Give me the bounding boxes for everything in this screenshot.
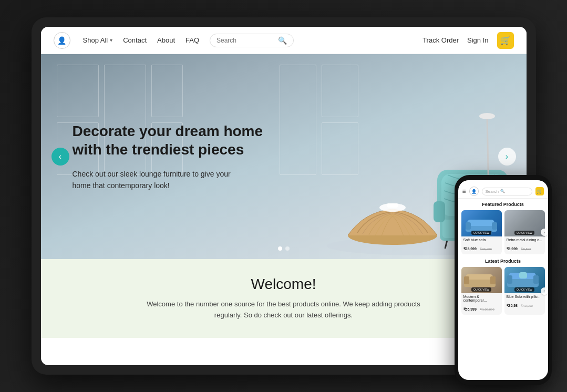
track-order-link[interactable]: Track Order [422, 36, 459, 44]
featured-product-1-old-price: ₹36,200 [480, 247, 491, 251]
phone-frame: ≡ 👤 Search 🔍 🛒 Featured Products [455, 175, 552, 385]
latest-product-2-info: Blue Sofa with pillo... ₹35,98 ₹40,000 [504, 293, 545, 311]
latest-product-2-old-price: ₹40,000 [521, 304, 532, 307]
phone-search-placeholder: Search [486, 189, 499, 194]
phone-logo-icon: 👤 [471, 189, 477, 194]
featured-products-grid: QUICK VIEW Soft blue sofa ₹25,999 ₹36,20… [461, 210, 545, 254]
svg-rect-27 [466, 274, 493, 280]
latest-product-1-image: QUICK VIEW [461, 267, 502, 293]
search-icon: 🔍 [278, 36, 287, 45]
phone-logo: 👤 [469, 187, 479, 196]
phone-screen: ≡ 👤 Search 🔍 🛒 Featured Products [458, 180, 548, 380]
featured-product-2-name: Retro metal dining c... [507, 238, 543, 242]
featured-product-1-info: Soft blue sofa ₹25,999 ₹36,200 [461, 236, 502, 254]
carousel-prev-arrow[interactable]: ‹ [51, 148, 69, 166]
latest-product-2-quickview[interactable]: QUICK VIEW [514, 287, 534, 292]
cart-button[interactable]: 🛒 [497, 32, 514, 49]
carousel-next-arrow[interactable]: › [498, 148, 516, 166]
latest-product-1-pricing: ₹55,999 ₹1,00,000 [463, 303, 500, 313]
svg-rect-23 [492, 222, 497, 230]
welcome-section: Welcome! Welcome to the number one sourc… [41, 259, 527, 338]
hero-subtitle: Check out our sleek lounge furniture to … [73, 168, 251, 192]
svg-rect-33 [533, 275, 539, 284]
faq-link[interactable]: FAQ [185, 36, 199, 44]
hero-content: Decorate your dream home with the trendi… [73, 122, 272, 192]
nav-links: Shop All ▾ Contact About FAQ 🔍 [83, 34, 410, 47]
phone-cart-button[interactable]: 🛒 [535, 187, 544, 195]
featured-product-1-image: QUICK VIEW [461, 210, 502, 236]
svg-rect-21 [467, 220, 494, 226]
tablet-screen: 👤 Shop All ▾ Contact About FAQ 🔍 [41, 27, 527, 365]
latest-title: Latest Products [461, 259, 545, 264]
phone-search-icon: 🔍 [500, 189, 505, 193]
latest-products-grid: QUICK VIEW Modern & contemporar... ₹55,9… [461, 267, 545, 315]
phone-menu-icon[interactable]: ≡ [462, 188, 466, 195]
carousel-dot-1[interactable] [278, 246, 282, 251]
featured-product-1-pricing: ₹25,999 ₹36,200 [463, 243, 500, 252]
logo: 👤 [54, 32, 70, 49]
svg-rect-12 [434, 201, 445, 222]
latest-product-1[interactable]: QUICK VIEW Modern & contemporar... ₹55,9… [461, 267, 502, 315]
search-bar[interactable]: 🔍 [210, 34, 294, 47]
phone-search-bar[interactable]: Search 🔍 [482, 188, 532, 195]
featured-carousel-nav[interactable]: › [541, 229, 548, 236]
right-arrow-icon: › [506, 152, 508, 161]
svg-rect-22 [466, 222, 471, 230]
svg-rect-32 [507, 275, 512, 284]
latest-product-1-quickview[interactable]: QUICK VIEW [471, 287, 491, 292]
welcome-text: Welcome to the number one source for the… [137, 299, 431, 321]
phone-navbar: ≡ 👤 Search 🔍 🛒 [458, 184, 548, 199]
carousel-dots [278, 246, 290, 251]
featured-product-1-price: ₹25,999 [463, 247, 477, 251]
phone-cart-icon: 🛒 [537, 189, 542, 194]
carousel-dot-2[interactable] [285, 246, 290, 251]
contact-link[interactable]: Contact [123, 36, 147, 44]
phone-content: Featured Products [458, 199, 548, 380]
featured-product-1-name: Soft blue sofa [463, 238, 500, 242]
svg-rect-34 [519, 272, 527, 278]
nav-right: Track Order Sign In 🛒 [422, 32, 513, 49]
latest-product-1-info: Modern & contemporar... ₹55,999 ₹1,00,00… [461, 293, 502, 315]
latest-product-1-name: Modern & contemporar... [463, 295, 500, 302]
latest-product-1-old-price: ₹1,00,000 [480, 308, 494, 311]
featured-product-1-quickview[interactable]: QUICK VIEW [471, 231, 491, 235]
featured-product-2-old-price: ₹8,500 [521, 247, 531, 251]
latest-product-2-name: Blue Sofa with pillo... [507, 295, 543, 298]
latest-product-2[interactable]: QUICK VIEW Blue Sofa with pillo... ₹35,9… [504, 267, 545, 315]
hero-title: Decorate your dream home with the trendi… [73, 122, 272, 159]
latest-product-1-price: ₹55,999 [463, 307, 477, 311]
hero-section: Decorate your dream home with the trendi… [41, 54, 527, 259]
shop-all-link[interactable]: Shop All ▾ [83, 36, 113, 44]
svg-rect-29 [490, 276, 496, 284]
outer-background: 👤 Shop All ▾ Contact About FAQ 🔍 [0, 0, 567, 392]
about-link[interactable]: About [157, 36, 175, 44]
search-input[interactable] [217, 37, 275, 44]
svg-point-19 [479, 113, 495, 119]
welcome-title: Welcome! [54, 276, 514, 293]
cart-icon: 🛒 [500, 35, 511, 45]
featured-product-2-info: Retro metal dining c... ₹5,999 ₹8,500 [504, 236, 545, 254]
navbar: 👤 Shop All ▾ Contact About FAQ 🔍 [41, 27, 527, 54]
featured-product-2-pricing: ₹5,999 ₹8,500 [507, 243, 543, 252]
phone-status-bar [458, 180, 548, 184]
tablet-frame: 👤 Shop All ▾ Contact About FAQ 🔍 [32, 17, 536, 375]
featured-product-2[interactable]: QUICK VIEW Retro metal dining c... ₹5,99… [504, 210, 545, 254]
latest-carousel-nav[interactable]: › [541, 287, 548, 295]
featured-product-2-quickview[interactable]: QUICK VIEW [514, 231, 534, 235]
chevron-down-icon: ▾ [110, 37, 112, 43]
latest-product-2-price: ₹35,98 [507, 304, 518, 307]
featured-product-2-price: ₹5,999 [507, 247, 518, 251]
latest-product-2-pricing: ₹35,98 ₹40,000 [507, 300, 543, 309]
svg-rect-28 [464, 276, 469, 284]
sign-in-link[interactable]: Sign In [467, 36, 488, 44]
featured-title: Featured Products [461, 202, 545, 207]
svg-rect-3 [387, 203, 398, 208]
left-arrow-icon: ‹ [59, 152, 61, 161]
featured-product-2-image: QUICK VIEW [504, 210, 545, 236]
featured-product-1[interactable]: QUICK VIEW Soft blue sofa ₹25,999 ₹36,20… [461, 210, 502, 254]
latest-product-2-image: QUICK VIEW [504, 267, 545, 293]
logo-icon: 👤 [57, 36, 66, 45]
